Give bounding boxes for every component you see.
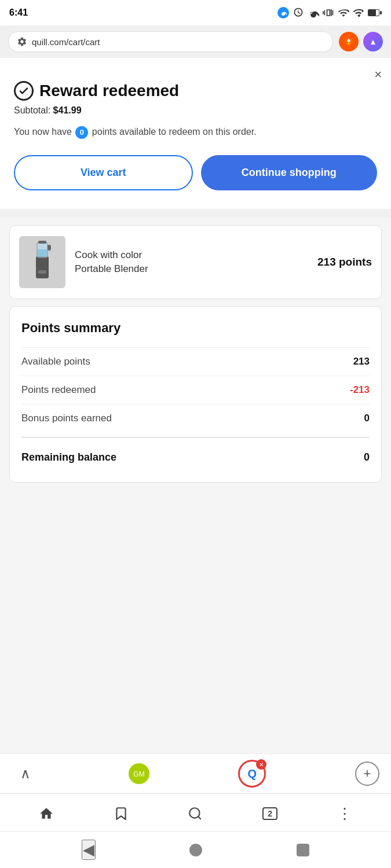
reward-card: × Reward redeemed Subtotal: $41.99 You n… bbox=[0, 58, 391, 209]
action-buttons: View cart Continue shopping bbox=[14, 155, 377, 190]
main-content: × Reward redeemed Subtotal: $41.99 You n… bbox=[0, 58, 391, 753]
greasemonkey-icon[interactable]: GM bbox=[129, 763, 149, 784]
home-icon bbox=[39, 806, 54, 821]
points-info-suffix: points available to redeem on this order… bbox=[92, 127, 257, 137]
url-bar[interactable]: quill.com/cart/cart bbox=[8, 31, 333, 52]
continue-shopping-button[interactable]: Continue shopping bbox=[201, 155, 378, 190]
points-value-badge: 0 bbox=[75, 126, 88, 139]
svg-rect-7 bbox=[47, 245, 51, 251]
back-button[interactable]: ◀ bbox=[82, 840, 96, 860]
product-info: Cook with color Portable Blender bbox=[75, 248, 308, 276]
settings-icon bbox=[17, 36, 27, 47]
svg-rect-4 bbox=[36, 256, 49, 278]
summary-row-redeemed: Points redeemed -213 bbox=[21, 376, 370, 404]
brave-icon[interactable] bbox=[339, 32, 359, 52]
add-tab-button[interactable]: + bbox=[355, 762, 379, 786]
home-nav-button[interactable] bbox=[32, 802, 60, 825]
svg-rect-2 bbox=[368, 10, 376, 16]
tab-close-badge[interactable]: × bbox=[256, 759, 266, 770]
status-time: 6:41 bbox=[9, 8, 28, 18]
reward-title: Reward redeemed bbox=[39, 82, 179, 100]
url-text: quill.com/cart/cart bbox=[32, 37, 100, 47]
svg-rect-8 bbox=[38, 270, 46, 274]
subtotal-amount: $41.99 bbox=[53, 105, 82, 115]
reward-title-row: Reward redeemed bbox=[14, 81, 377, 101]
check-icon bbox=[14, 81, 34, 101]
wifi-icon bbox=[338, 7, 349, 19]
svg-line-13 bbox=[199, 816, 202, 819]
svg-rect-3 bbox=[380, 11, 382, 14]
product-card: Cook with color Portable Blender 213 poi… bbox=[9, 225, 382, 299]
browser-bar: quill.com/cart/cart ▲ bbox=[0, 25, 391, 58]
svg-rect-9 bbox=[38, 249, 47, 257]
product-points: 213 points bbox=[317, 256, 372, 269]
points-summary-card: Points summary Available points 213 Poin… bbox=[9, 306, 382, 483]
remaining-balance-row: Remaining balance 0 bbox=[21, 442, 370, 466]
bonus-points-label: Bonus points earned bbox=[21, 413, 112, 424]
bonus-points-value: 0 bbox=[364, 413, 370, 424]
remaining-balance-label: Remaining balance bbox=[21, 451, 116, 464]
quill-tab[interactable]: Q × bbox=[238, 760, 266, 788]
triangle-icon[interactable]: ▲ bbox=[363, 32, 383, 52]
more-icon: ⋮ bbox=[337, 805, 352, 823]
svg-point-12 bbox=[190, 808, 200, 818]
browser-extension-icons: ▲ bbox=[339, 32, 383, 52]
subtotal-row: Subtotal: $41.99 bbox=[14, 105, 377, 116]
points-info-prefix: You now have bbox=[14, 127, 72, 137]
status-bar: 6:41 bbox=[0, 0, 391, 25]
points-redeemed-value: -213 bbox=[350, 384, 370, 396]
bottom-browser-nav: 2 ⋮ bbox=[0, 793, 391, 831]
points-redeemed-label: Points redeemed bbox=[21, 384, 96, 396]
quill-tab-label: Q bbox=[248, 767, 257, 781]
close-button[interactable]: × bbox=[374, 67, 382, 82]
tab-count: 2 bbox=[268, 809, 272, 818]
separator-1 bbox=[0, 209, 391, 218]
search-icon bbox=[188, 806, 203, 821]
more-nav-button[interactable]: ⋮ bbox=[331, 802, 359, 825]
available-points-value: 213 bbox=[353, 356, 370, 367]
status-icons bbox=[277, 7, 382, 19]
key-icon bbox=[277, 7, 289, 19]
bookmark-nav-button[interactable] bbox=[107, 802, 135, 825]
battery-icon bbox=[368, 9, 382, 17]
key-icon-2 bbox=[308, 7, 319, 19]
alarm-icon bbox=[293, 7, 304, 19]
svg-text:GM: GM bbox=[133, 770, 144, 778]
summary-divider bbox=[21, 437, 370, 437]
recents-button[interactable] bbox=[297, 844, 309, 856]
summary-row-bonus: Bonus points earned 0 bbox=[21, 404, 370, 432]
available-points-label: Available points bbox=[21, 356, 90, 367]
subtotal-label: Subtotal: bbox=[14, 105, 50, 115]
bookmark-icon bbox=[114, 806, 129, 821]
home-button[interactable] bbox=[189, 844, 202, 856]
tabs-button[interactable]: 2 bbox=[256, 802, 284, 825]
floating-row: ∧ GM Q × + bbox=[0, 753, 391, 793]
points-info: You now have 0 points available to redee… bbox=[14, 125, 377, 139]
summary-row-available: Available points 213 bbox=[21, 347, 370, 376]
product-image bbox=[19, 236, 65, 288]
scroll-up-button[interactable]: ∧ bbox=[12, 762, 39, 785]
signal-icon bbox=[353, 7, 364, 19]
view-cart-button[interactable]: View cart bbox=[14, 155, 193, 190]
product-name: Cook with color Portable Blender bbox=[75, 248, 308, 276]
search-nav-button[interactable] bbox=[181, 802, 209, 825]
android-nav-bar: ◀ bbox=[0, 831, 391, 868]
tab-strip: 2 ⋮ bbox=[0, 800, 391, 827]
vibration-icon bbox=[323, 7, 334, 19]
remaining-balance-value: 0 bbox=[364, 451, 370, 464]
svg-rect-6 bbox=[38, 241, 46, 244]
up-arrow-icon: ∧ bbox=[20, 766, 31, 782]
summary-title: Points summary bbox=[21, 321, 370, 336]
